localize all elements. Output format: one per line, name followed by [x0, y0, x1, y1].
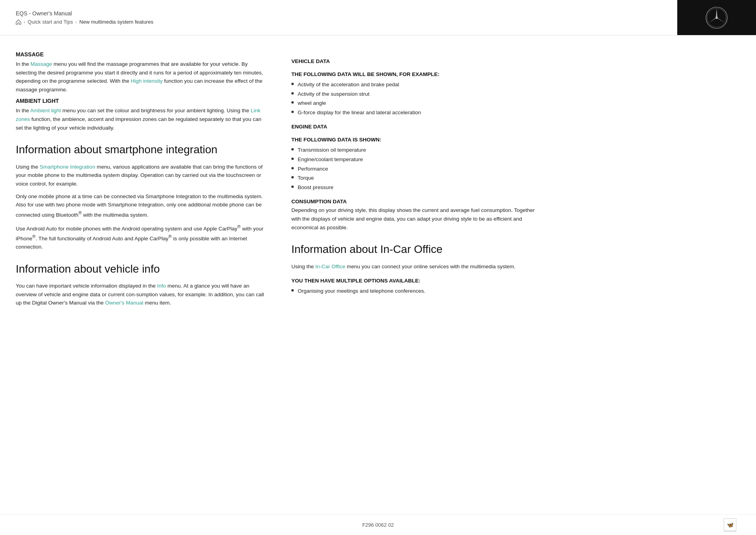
bullet-icon — [291, 101, 294, 104]
breadcrumb-sep-1: › — [24, 19, 25, 25]
massage-section: MASSAGE In the Massage menu you will fin… — [16, 51, 268, 94]
engine-data-section: ENGINE DATA THE FOLLOWING DATA IS SHOWN:… — [291, 124, 543, 191]
bullet-icon — [291, 83, 294, 85]
svg-marker-3 — [708, 17, 717, 22]
breadcrumb-item-1[interactable]: Quick start and Tips — [28, 19, 73, 25]
bullet-icon — [291, 167, 294, 169]
consumption-data-section: CONSUMPTION DATA Depending on your drivi… — [291, 199, 543, 232]
footer-code: F296 0062 02 — [362, 522, 394, 528]
bullet-icon — [291, 148, 294, 150]
massage-heading: MASSAGE — [16, 51, 268, 58]
vehicle-data-section: VEHICLE DATA THE FOLLOWING DATA WILL BE … — [291, 58, 543, 117]
vehicle-info-heading: Information about vehicle info — [16, 262, 268, 276]
owners-manual-link[interactable]: Owner's Manual — [105, 300, 143, 306]
massage-text: In the Massage menu you will find the ma… — [16, 60, 268, 94]
breadcrumb: › Quick start and Tips › New multimedia … — [16, 19, 662, 25]
list-item: Performance — [291, 165, 543, 173]
smartphone-heading: Information about smartphone integration — [16, 143, 268, 156]
incar-options-heading: YOU THEN HAVE MULTIPLE OPTIONS AVAILABLE… — [291, 278, 543, 284]
vehicle-info-text: You can have important vehicle informati… — [16, 282, 268, 307]
bullet-icon — [291, 158, 294, 160]
svg-point-5 — [715, 17, 718, 19]
engine-data-item-4: Torque — [298, 174, 314, 182]
engine-data-heading: ENGINE DATA — [291, 124, 543, 130]
breadcrumb-item-2: New multimedia system features — [80, 19, 154, 25]
list-item: wheel angle — [291, 99, 543, 108]
mercedes-logo-icon — [705, 6, 728, 30]
list-item: Boost pressure — [291, 183, 543, 192]
incar-option-1: Organising your meetings and telephone c… — [298, 287, 425, 295]
incar-section: Information about In-Car Office Using th… — [291, 243, 543, 295]
info-link[interactable]: Info — [157, 283, 166, 289]
smartphone-text2: Only one mobile phone at a time can be c… — [16, 192, 268, 219]
vehicle-data-item-1: Activity of the acceleration and brake p… — [298, 80, 399, 89]
list-item: Engine/coolant temperature — [291, 155, 543, 164]
vehicle-data-item-3: wheel angle — [298, 99, 326, 108]
smartphone-section: Information about smartphone integration… — [16, 143, 268, 251]
content-area: MASSAGE In the Massage menu you will fin… — [0, 35, 756, 515]
incar-text: Using the In-Car Office menu you can con… — [291, 262, 543, 271]
vehicle-data-item-2: Activity of the suspension strut — [298, 90, 369, 98]
bullet-icon — [291, 111, 294, 113]
engine-data-item-5: Boost pressure — [298, 183, 334, 192]
incar-office-link[interactable]: In-Car Office — [315, 264, 345, 269]
logo-area — [677, 0, 756, 35]
consumption-heading: CONSUMPTION DATA — [291, 199, 543, 204]
vehicle-data-item-4: G-force display for the linear and later… — [298, 108, 421, 117]
list-item: Activity of the acceleration and brake p… — [291, 80, 543, 89]
ambient-heading: AMBIENT LIGHT — [16, 98, 268, 104]
document-title: EQS - Owner's Manual — [16, 10, 662, 17]
engine-data-subheading: THE FOLLOWING DATA IS SHOWN: — [291, 137, 543, 143]
smartphone-text3: Use Android Auto for mobile phones with … — [16, 223, 268, 251]
engine-data-item-1: Transmission oil temperature — [298, 146, 366, 154]
bullet-icon — [291, 186, 294, 188]
massage-link[interactable]: Massage — [31, 61, 52, 67]
incar-options-list: Organising your meetings and telephone c… — [291, 287, 543, 295]
ambient-section: AMBIENT LIGHT In the Ambient light menu … — [16, 98, 268, 132]
list-item: Torque — [291, 174, 543, 182]
header: EQS - Owner's Manual › Quick start and T… — [0, 0, 756, 35]
ambient-light-link[interactable]: Ambient light — [30, 108, 61, 113]
butterfly-icon: 🦋 — [727, 522, 734, 528]
scroll-down-button[interactable]: 🦋 — [724, 518, 736, 531]
page-wrapper: EQS - Owner's Manual › Quick start and T… — [0, 0, 756, 535]
breadcrumb-sep-2: › — [75, 19, 77, 25]
svg-marker-2 — [716, 8, 717, 17]
list-item: Activity of the suspension strut — [291, 90, 543, 98]
bullet-icon — [291, 176, 294, 178]
list-item: Transmission oil temperature — [291, 146, 543, 154]
engine-data-item-2: Engine/coolant temperature — [298, 155, 363, 164]
vehicle-info-section: Information about vehicle info You can h… — [16, 262, 268, 307]
vehicle-data-heading: VEHICLE DATA — [291, 58, 543, 64]
list-item: G-force display for the linear and later… — [291, 108, 543, 117]
vehicle-data-list: Activity of the acceleration and brake p… — [291, 80, 543, 117]
footer: F296 0062 02 ▲ 🦋 — [0, 515, 756, 535]
high-intensity-link[interactable]: High intensity — [131, 78, 163, 84]
svg-marker-4 — [717, 17, 725, 22]
smartphone-text1: Using the Smartphone Integration menu, v… — [16, 163, 268, 188]
bullet-icon — [291, 289, 294, 292]
engine-data-item-3: Performance — [298, 165, 328, 173]
header-left: EQS - Owner's Manual › Quick start and T… — [0, 0, 677, 35]
left-column: MASSAGE In the Massage menu you will fin… — [16, 51, 268, 499]
bullet-icon — [291, 92, 294, 95]
right-column: VEHICLE DATA THE FOLLOWING DATA WILL BE … — [291, 51, 543, 499]
engine-data-list: Transmission oil temperature Engine/cool… — [291, 146, 543, 191]
list-item: Organising your meetings and telephone c… — [291, 287, 543, 295]
ambient-text: In the Ambient light menu you can set th… — [16, 106, 268, 132]
consumption-text: Depending on your driving style, this di… — [291, 206, 543, 232]
vehicle-data-subheading: THE FOLLOWING DATA WILL BE SHOWN, FOR EX… — [291, 71, 543, 77]
home-icon[interactable] — [16, 19, 21, 25]
incar-heading: Information about In-Car Office — [291, 243, 543, 256]
smartphone-integration-link[interactable]: Smartphone Integration — [40, 164, 95, 170]
